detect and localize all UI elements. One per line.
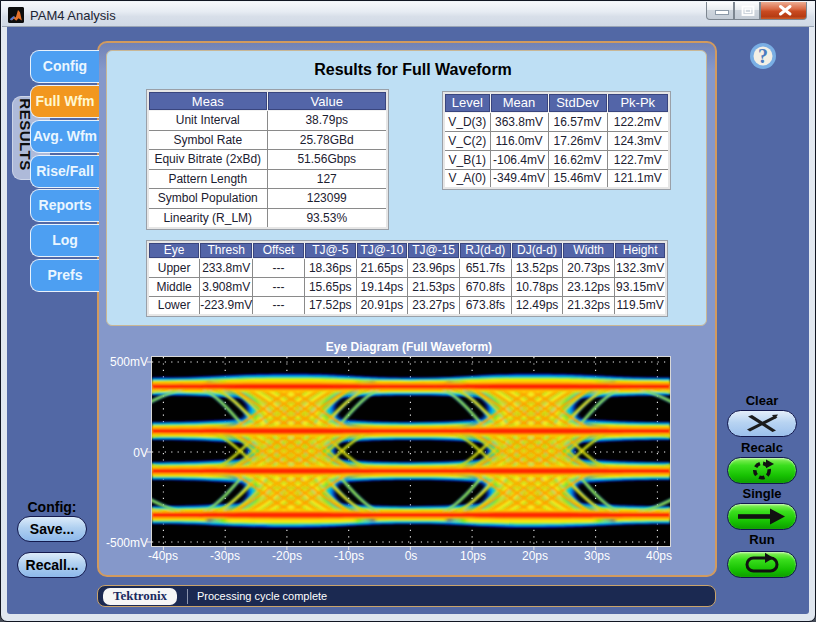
svg-text:?: ? bbox=[758, 45, 768, 67]
